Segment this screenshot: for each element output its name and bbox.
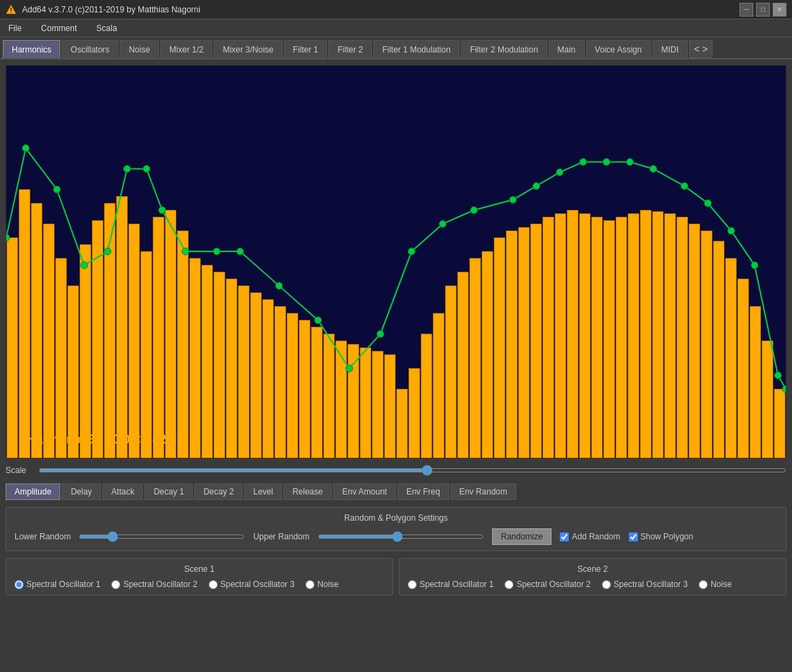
tab-mixer12[interactable]: Mixer 1/2: [160, 40, 212, 58]
env-tab-attack[interactable]: Attack: [102, 483, 143, 500]
scene2-option-noise[interactable]: Noise: [699, 579, 732, 589]
title-bar: Add64 v.3.7.0 (c)2011-2019 by Matthias N…: [0, 0, 792, 19]
lower-random-label: Lower Random: [15, 532, 70, 541]
tab-main[interactable]: Main: [549, 40, 585, 58]
tab-filter1[interactable]: Filter 1: [284, 40, 328, 58]
tab-midi[interactable]: MIDI: [652, 40, 688, 58]
svg-point-89: [580, 159, 587, 166]
svg-point-84: [440, 220, 446, 227]
env-tab-bar: Amplitude Delay Attack Decay 1 Decay 2 L…: [6, 483, 786, 500]
svg-point-96: [751, 262, 758, 269]
svg-point-76: [182, 248, 189, 255]
scale-row: Scale: [6, 463, 786, 478]
maximize-button[interactable]: □: [756, 3, 770, 17]
svg-point-73: [124, 165, 131, 172]
title-bar-left: Add64 v.3.7.0 (c)2011-2019 by Matthias N…: [6, 4, 200, 15]
show-polygon-row: Show Polygon: [629, 532, 694, 541]
svg-rect-66: [762, 341, 773, 458]
svg-rect-18: [178, 231, 189, 458]
env-tab-env-random[interactable]: Env Random: [451, 483, 516, 500]
tab-mixer3noise[interactable]: Mixer 3/Noise: [214, 40, 282, 58]
svg-rect-32: [348, 345, 359, 458]
tab-voiceassign[interactable]: Voice Assign: [586, 40, 651, 58]
show-polygon-checkbox[interactable]: [629, 532, 638, 541]
env-tab-delay[interactable]: Delay: [62, 483, 101, 500]
tab-filter2[interactable]: Filter 2: [328, 40, 372, 58]
show-polygon-label: Show Polygon: [641, 532, 694, 541]
svg-point-71: [81, 262, 88, 269]
scene2-option-so3[interactable]: Spectral Oscillator 3: [602, 579, 688, 589]
svg-rect-58: [665, 213, 676, 458]
menu-file[interactable]: File: [3, 22, 27, 35]
add-random-label: Add Random: [572, 532, 620, 541]
scene2-option-so2[interactable]: Spectral Oscillator 2: [505, 579, 590, 589]
tab-scroll[interactable]: < >: [689, 40, 713, 58]
scale-slider[interactable]: [39, 468, 786, 472]
title-text: Add64 v.3.7.0 (c)2011-2019 by Matthias N…: [22, 5, 200, 15]
env-tab-level[interactable]: Level: [244, 483, 282, 500]
svg-point-81: [346, 365, 352, 372]
svg-rect-8: [55, 258, 66, 458]
svg-point-70: [53, 186, 60, 193]
lower-random-slider[interactable]: [79, 535, 245, 539]
svg-rect-6: [31, 203, 42, 458]
scene1-option-so3[interactable]: Spectral Oscillator 3: [209, 579, 294, 589]
add-random-checkbox[interactable]: [560, 532, 569, 541]
tab-oscillators[interactable]: Oscillators: [62, 40, 118, 58]
svg-rect-47: [531, 224, 542, 458]
tab-filter1mod[interactable]: Filter 1 Modulation: [373, 40, 460, 58]
svg-rect-23: [238, 286, 249, 458]
svg-point-77: [214, 248, 220, 255]
env-tab-amplitude[interactable]: Amplitude: [6, 483, 60, 500]
svg-rect-50: [567, 210, 578, 458]
harmonics-chart[interactable]: Harmonic 64 : 0.0 <-- 82.3: [6, 65, 786, 459]
svg-rect-56: [640, 210, 651, 458]
env-tab-env-freq[interactable]: Env Freq: [397, 483, 449, 500]
menu-comment[interactable]: Comment: [35, 22, 82, 35]
menu-bar: File Comment Scala: [0, 19, 792, 37]
svg-rect-51: [579, 213, 590, 458]
random-polygon-title: Random & Polygon Settings: [15, 513, 777, 523]
svg-rect-15: [141, 251, 152, 458]
env-tab-release[interactable]: Release: [283, 483, 332, 500]
minimize-button[interactable]: ─: [739, 3, 753, 17]
env-tab-decay1[interactable]: Decay 1: [144, 483, 193, 500]
svg-point-82: [377, 331, 384, 338]
scene1-option-noise[interactable]: Noise: [305, 579, 339, 589]
svg-rect-48: [543, 217, 554, 458]
svg-point-80: [314, 317, 321, 324]
randomize-button[interactable]: Randomize: [492, 528, 552, 545]
scene1-option-so2[interactable]: Spectral Oscillator 2: [111, 579, 197, 589]
env-tab-env-amount[interactable]: Env Amount: [333, 483, 396, 500]
svg-point-69: [22, 145, 29, 152]
svg-point-93: [681, 182, 688, 189]
tab-harmonics[interactable]: Harmonics: [3, 40, 60, 58]
svg-rect-46: [518, 227, 529, 458]
svg-rect-5: [19, 189, 30, 458]
close-button[interactable]: ✕: [773, 3, 786, 17]
scenes-row: Scene 1 Spectral Oscillator 1 Spectral O…: [6, 558, 786, 595]
add-random-row: Add Random: [560, 532, 620, 541]
scene2-option-so1[interactable]: Spectral Oscillator 1: [408, 579, 493, 589]
svg-rect-59: [677, 217, 688, 458]
scene2-options: Spectral Oscillator 1 Spectral Oscillato…: [408, 579, 777, 589]
svg-rect-40: [445, 286, 456, 458]
svg-rect-39: [433, 314, 444, 458]
svg-rect-33: [360, 348, 371, 458]
svg-rect-25: [263, 300, 274, 458]
tab-filter2mod[interactable]: Filter 2 Modulation: [461, 40, 547, 58]
menu-scala[interactable]: Scala: [91, 22, 122, 35]
svg-rect-62: [713, 241, 724, 458]
svg-rect-41: [458, 272, 469, 458]
env-tab-decay2[interactable]: Decay 2: [194, 483, 243, 500]
svg-rect-22: [226, 279, 237, 458]
tab-noise[interactable]: Noise: [120, 40, 159, 58]
upper-random-slider[interactable]: [318, 535, 484, 539]
svg-rect-30: [323, 334, 334, 458]
svg-rect-20: [202, 265, 213, 458]
svg-rect-29: [312, 327, 323, 458]
svg-rect-27: [287, 314, 298, 458]
svg-point-79: [276, 282, 283, 289]
scene1-option-so1[interactable]: Spectral Oscillator 1: [15, 579, 100, 589]
svg-point-2: [10, 12, 12, 13]
